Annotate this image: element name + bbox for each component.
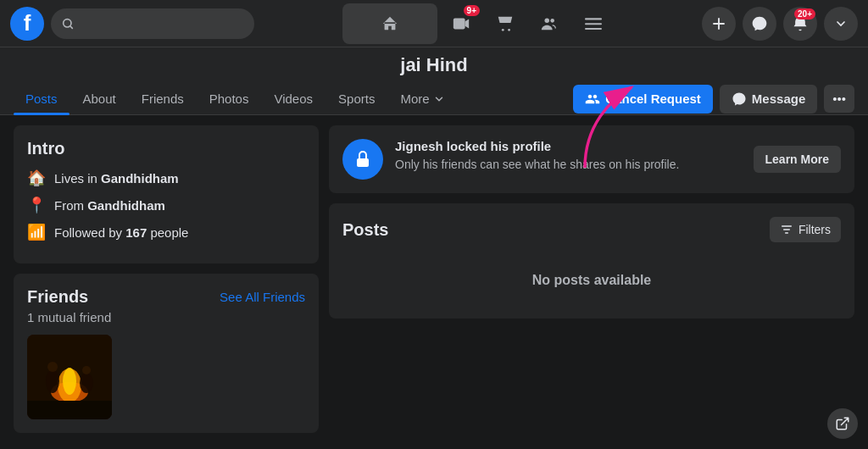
- svg-point-12: [63, 368, 76, 395]
- nav-right: 20+: [702, 7, 858, 41]
- left-column: Intro 🏠 Lives in Gandhidham 📍 From Gandh…: [14, 125, 319, 427]
- filters-button[interactable]: Filters: [770, 217, 841, 242]
- nav-marketplace-button[interactable]: [485, 3, 526, 44]
- nav-center: 9+: [254, 3, 702, 44]
- profile-name-row: jai Hind: [14, 47, 854, 80]
- locked-desc: Only his friends can see what he shares …: [395, 157, 742, 174]
- nav-home-button[interactable]: [342, 3, 437, 44]
- svg-rect-1: [453, 18, 465, 29]
- intro-lives-text: Lives in Gandhidham: [54, 171, 179, 186]
- svg-rect-17: [27, 401, 112, 419]
- cancel-request-button[interactable]: Cancel Request: [573, 85, 713, 114]
- posts-section: Posts Filters No posts available: [329, 203, 854, 319]
- person-check-icon: [585, 91, 600, 107]
- create-button[interactable]: [702, 7, 736, 41]
- learn-more-button[interactable]: Learn More: [754, 146, 841, 173]
- nav-video-button[interactable]: 9+: [441, 3, 481, 44]
- facebook-logo[interactable]: f: [10, 7, 44, 41]
- svg-rect-8: [585, 28, 602, 30]
- friends-header: Friends See All Friends: [27, 287, 305, 307]
- no-posts-message: No posts available: [342, 256, 841, 305]
- svg-point-5: [550, 19, 554, 23]
- video-icon: [452, 14, 470, 33]
- see-all-friends-link[interactable]: See All Friends: [220, 290, 305, 304]
- message-button[interactable]: Message: [720, 85, 817, 114]
- svg-point-14: [47, 362, 58, 372]
- chevron-down-icon: [834, 17, 848, 30]
- dots-label: •••: [832, 91, 846, 106]
- intro-followed-text: Followed by 167 people: [54, 225, 188, 240]
- location-icon: 📍: [27, 196, 46, 214]
- tab-more[interactable]: More: [388, 83, 456, 114]
- friend-photo-image: [27, 335, 112, 419]
- notifications-button[interactable]: 20+: [783, 7, 817, 41]
- intro-title: Intro: [27, 139, 305, 158]
- tab-about[interactable]: About: [71, 83, 128, 114]
- tab-photos[interactable]: Photos: [198, 83, 261, 114]
- intro-followed: 📶 Followed by 167 people: [27, 223, 305, 241]
- svg-point-16: [82, 366, 91, 374]
- messenger-button[interactable]: [743, 7, 776, 41]
- marketplace-icon: [496, 14, 515, 33]
- friends-title: Friends: [27, 287, 88, 307]
- svg-rect-7: [585, 23, 602, 25]
- external-link-icon: [835, 416, 850, 431]
- chevron-down-icon: [433, 93, 445, 105]
- search-bar[interactable]: [51, 8, 254, 39]
- messenger-icon-small: [732, 91, 747, 107]
- external-link-button[interactable]: [827, 408, 858, 439]
- locked-profile-card: Jignesh locked his profile Only his frie…: [329, 125, 854, 193]
- lock-icon: [353, 149, 373, 169]
- right-column: Jignesh locked his profile Only his frie…: [329, 125, 854, 427]
- intro-from-text: From Gandhidham: [54, 198, 165, 213]
- tab-videos[interactable]: Videos: [262, 83, 325, 114]
- home-small-icon: 🏠: [27, 169, 46, 187]
- message-label: Message: [752, 91, 805, 106]
- nav-menu-button[interactable]: [573, 3, 614, 44]
- profile-header: jai Hind Posts About Friends Photos Vide…: [0, 47, 868, 115]
- intro-from: 📍 From Gandhidham: [27, 196, 305, 214]
- messenger-icon: [751, 15, 768, 32]
- tab-friends[interactable]: Friends: [130, 83, 196, 114]
- more-options-button[interactable]: •••: [824, 85, 854, 113]
- profile-name: jai Hind: [400, 54, 467, 75]
- locked-text: Jignesh locked his profile Only his frie…: [395, 139, 742, 174]
- filters-label: Filters: [798, 223, 831, 236]
- svg-point-3: [508, 28, 510, 30]
- notifications-badge: 20+: [794, 8, 815, 19]
- intro-lives: 🏠 Lives in Gandhidham: [27, 169, 305, 187]
- menu-icon: [585, 15, 602, 32]
- home-icon: [381, 14, 399, 33]
- nav-groups-button[interactable]: [529, 3, 570, 44]
- svg-point-15: [80, 373, 93, 393]
- svg-rect-18: [357, 158, 369, 167]
- friends-card: Friends See All Friends 1 mutual friend: [14, 274, 319, 433]
- posts-title: Posts: [342, 220, 388, 240]
- video-badge: 9+: [464, 5, 480, 16]
- search-icon: [61, 17, 75, 30]
- intro-card: Intro 🏠 Lives in Gandhidham 📍 From Gandh…: [14, 125, 319, 263]
- svg-rect-6: [585, 18, 602, 19]
- svg-point-4: [545, 18, 550, 22]
- friend-photo-svg: [27, 335, 112, 419]
- main-content: Intro 🏠 Lives in Gandhidham 📍 From Gandh…: [0, 115, 868, 437]
- locked-title: Jignesh locked his profile: [395, 139, 742, 153]
- account-button[interactable]: [824, 7, 858, 41]
- friend-photo-thumbnail[interactable]: [27, 335, 112, 419]
- lock-icon-wrap: [342, 139, 383, 180]
- posts-header: Posts Filters: [342, 217, 841, 242]
- tab-sports[interactable]: Sports: [326, 83, 387, 114]
- friends-mutual: 1 mutual friend: [27, 310, 305, 324]
- profile-tabs: Posts About Friends Photos Videos Sports…: [14, 80, 854, 114]
- follow-icon: 📶: [27, 223, 46, 241]
- filters-icon: [780, 223, 793, 236]
- tab-more-label: More: [400, 91, 429, 106]
- groups-icon: [540, 14, 559, 33]
- cancel-request-label: Cancel Request: [605, 91, 701, 106]
- plus-icon: [711, 16, 726, 31]
- profile-actions: Cancel Request Message •••: [573, 85, 854, 114]
- top-navigation: f 9+: [0, 0, 868, 47]
- tab-posts[interactable]: Posts: [14, 83, 70, 114]
- svg-point-13: [46, 369, 59, 393]
- svg-point-2: [502, 28, 504, 30]
